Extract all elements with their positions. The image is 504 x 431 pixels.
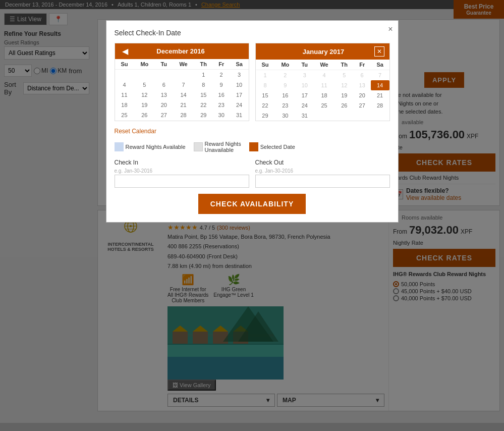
- dec-19[interactable]: 19: [134, 100, 155, 110]
- modal-overlay[interactable]: Select Check-In Date × ◀ December 2016 S…: [0, 0, 504, 431]
- jan-29[interactable]: 29: [256, 111, 275, 121]
- checkout-label: Check Out: [255, 159, 390, 166]
- dec-31[interactable]: 31: [230, 110, 249, 120]
- dec-16[interactable]: 16: [213, 90, 230, 100]
- jan-5[interactable]: 5: [335, 70, 354, 81]
- col-mo: Mo: [134, 59, 155, 70]
- jan-week-3: 15 16 17 18 19 20 21: [256, 90, 389, 100]
- jan-12[interactable]: 12: [335, 80, 354, 90]
- dec-27[interactable]: 27: [155, 110, 173, 120]
- jan-col-tu: Tu: [296, 60, 313, 70]
- dec-20[interactable]: 20: [155, 100, 173, 110]
- legend-selected-label: Selected Date: [260, 144, 295, 150]
- dec-2[interactable]: 2: [213, 70, 230, 80]
- jan-10[interactable]: 10: [296, 80, 313, 90]
- jan-15[interactable]: 15: [256, 90, 275, 100]
- dec-28[interactable]: 28: [173, 110, 194, 120]
- jan-28[interactable]: 28: [371, 100, 389, 111]
- dec-22[interactable]: 22: [194, 100, 213, 110]
- dec-15[interactable]: 15: [194, 90, 213, 100]
- jan-13[interactable]: 13: [354, 80, 371, 90]
- dec-8[interactable]: 8: [194, 80, 213, 90]
- dec-week-1: 1 2 3: [115, 70, 249, 80]
- dec-7[interactable]: 7: [173, 80, 194, 90]
- dec-29[interactable]: 29: [194, 110, 213, 120]
- dec-18[interactable]: 18: [115, 100, 134, 110]
- dec-17[interactable]: 17: [230, 90, 249, 100]
- dec-6[interactable]: 6: [155, 80, 173, 90]
- dec-1[interactable]: 1: [194, 70, 213, 80]
- legend-reward-unavail-label: Reward NightsUnavailable: [205, 141, 241, 153]
- december-calendar: ◀ December 2016 Su Mo Tu We Th Fr Sa: [115, 43, 249, 121]
- dec-21[interactable]: 21: [173, 100, 194, 110]
- dec-10[interactable]: 10: [230, 80, 249, 90]
- legend: Reward Nights Available Reward NightsUna…: [115, 141, 390, 153]
- checkout-group: Check Out e.g. Jan-30-2016: [255, 159, 390, 188]
- prev-month-button[interactable]: ◀: [120, 46, 130, 56]
- jan-14[interactable]: 14: [371, 80, 389, 90]
- jan-9[interactable]: 9: [274, 80, 296, 90]
- dec-9[interactable]: 9: [213, 80, 230, 90]
- checkin-input[interactable]: [115, 175, 249, 188]
- jan-col-we: We: [313, 60, 335, 70]
- checkin-label: Check In: [115, 159, 249, 166]
- jan-21[interactable]: 21: [371, 90, 389, 100]
- calendar-modal: Select Check-In Date × ◀ December 2016 S…: [106, 20, 399, 223]
- col-sa: Sa: [230, 59, 249, 70]
- jan-23[interactable]: 23: [274, 100, 296, 111]
- dec-30[interactable]: 30: [213, 110, 230, 120]
- dec-4[interactable]: 4: [115, 80, 134, 90]
- jan-19[interactable]: 19: [335, 90, 354, 100]
- jan-1[interactable]: 1: [256, 70, 275, 81]
- legend-selected: Selected Date: [249, 142, 295, 151]
- jan-week-5: 29 30 31: [256, 111, 389, 121]
- jan-col-sa: Sa: [371, 60, 389, 70]
- jan-4[interactable]: 4: [313, 70, 335, 81]
- jan-2[interactable]: 2: [274, 70, 296, 81]
- dec-5[interactable]: 5: [134, 80, 155, 90]
- jan-col-th: Th: [335, 60, 354, 70]
- jan-week-1: 1 2 3 4 5 6 7: [256, 70, 389, 81]
- december-grid: Su Mo Tu We Th Fr Sa: [115, 59, 249, 120]
- dec-24[interactable]: 24: [230, 100, 249, 110]
- dec-12[interactable]: 12: [134, 90, 155, 100]
- dec-13[interactable]: 13: [155, 90, 173, 100]
- checkout-input[interactable]: [255, 175, 390, 188]
- reset-calendar-link[interactable]: Reset Calendar: [115, 128, 156, 135]
- jan-30[interactable]: 30: [274, 111, 296, 121]
- jan-20[interactable]: 20: [354, 90, 371, 100]
- legend-reward-avail-box: [115, 142, 124, 151]
- jan-day-headers-row: Su Mo Tu We Th Fr Sa: [256, 60, 389, 70]
- jan-31[interactable]: 31: [296, 111, 313, 121]
- dec-23[interactable]: 23: [213, 100, 230, 110]
- jan-24[interactable]: 24: [296, 100, 313, 111]
- jan-8[interactable]: 8: [256, 80, 275, 90]
- jan-18[interactable]: 18: [313, 90, 335, 100]
- dec-empty-1: [115, 70, 134, 80]
- legend-reward-unavail: Reward NightsUnavailable: [194, 141, 241, 153]
- jan-25[interactable]: 25: [313, 100, 335, 111]
- jan-17[interactable]: 17: [296, 90, 313, 100]
- jan-22[interactable]: 22: [256, 100, 275, 111]
- col-we: We: [173, 59, 194, 70]
- jan-6[interactable]: 6: [354, 70, 371, 81]
- next-month-button[interactable]: ✕: [374, 46, 384, 57]
- jan-col-mo: Mo: [274, 60, 296, 70]
- jan-27[interactable]: 27: [354, 100, 371, 111]
- dec-11[interactable]: 11: [115, 90, 134, 100]
- jan-26[interactable]: 26: [335, 100, 354, 111]
- check-availability-button[interactable]: CHECK AVAILABILITY: [198, 194, 306, 214]
- jan-7[interactable]: 7: [371, 70, 389, 81]
- jan-16[interactable]: 16: [274, 90, 296, 100]
- dec-14[interactable]: 14: [173, 90, 194, 100]
- modal-close-button[interactable]: ×: [388, 25, 393, 34]
- modal-title: Select Check-In Date: [115, 29, 390, 37]
- dec-25[interactable]: 25: [115, 110, 134, 120]
- dec-week-3: 11 12 13 14 15 16 17: [115, 90, 249, 100]
- jan-3[interactable]: 3: [296, 70, 313, 81]
- jan-11[interactable]: 11: [313, 80, 335, 90]
- dec-empty-2: [134, 70, 155, 80]
- dec-26[interactable]: 26: [134, 110, 155, 120]
- dec-3[interactable]: 3: [230, 70, 249, 80]
- calendars-container: ◀ December 2016 Su Mo Tu We Th Fr Sa: [115, 43, 390, 121]
